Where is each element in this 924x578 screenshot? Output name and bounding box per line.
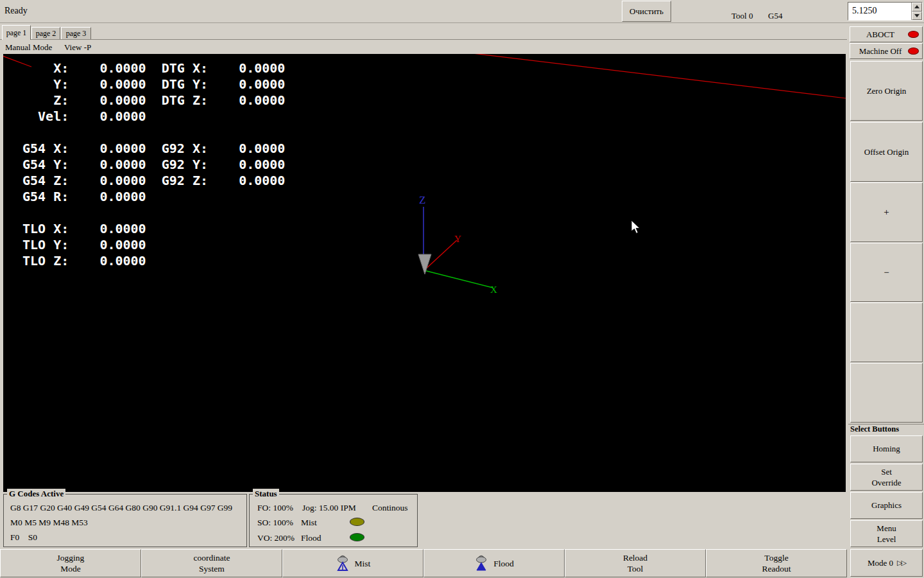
status-box: Status FO: 100% Jog: 15.00 IPM Continous… bbox=[249, 494, 418, 547]
reload-tool-button[interactable]: Reload Tool bbox=[565, 549, 706, 577]
backplot-canvas[interactable]: X: 0.0000 DTG X: 0.0000 Y: 0.0000 DTG Y:… bbox=[3, 54, 846, 492]
arrow-up-icon bbox=[914, 5, 920, 8]
machine-status-text: Ready bbox=[4, 6, 28, 16]
dro-line: Vel: 0.0000 bbox=[22, 109, 285, 125]
jogging-mode-button[interactable]: Jogging Mode bbox=[0, 549, 141, 577]
mist-icon bbox=[336, 555, 350, 572]
dro-line: TLO Y: 0.0000 bbox=[22, 237, 285, 253]
dro-line: X: 0.0000 DTG X: 0.0000 bbox=[22, 60, 285, 76]
mode-label: Mode 0 bbox=[868, 558, 893, 568]
gcodes-active-box: G Codes Active G8 G17 G20 G40 G49 G54 G6… bbox=[3, 494, 247, 547]
dro-line: G54 R: 0.0000 bbox=[22, 189, 285, 205]
top-status-bar: Ready Очистить Tool 0 G54 5.1250 bbox=[0, 0, 924, 23]
select-buttons-header: Select Buttons bbox=[848, 424, 924, 435]
estop-label: ABOCT bbox=[866, 30, 894, 40]
z-axis-label: Z bbox=[419, 194, 425, 206]
active-gcodes-text: G8 G17 G20 G40 G49 G54 G64 G80 G90 G91.1… bbox=[10, 503, 232, 513]
dro-line: TLO Z: 0.0000 bbox=[22, 253, 285, 269]
tab-page-3[interactable]: page 3 bbox=[61, 27, 91, 39]
tab-page-1[interactable]: page 1 bbox=[2, 25, 31, 40]
y-axis-label: Y bbox=[454, 234, 461, 244]
toggle-readout-button[interactable]: Toggle Readout bbox=[706, 549, 847, 577]
menu-bar: Manual Mode View -P bbox=[0, 40, 847, 53]
spin-up-button[interactable] bbox=[912, 3, 922, 12]
estop-button[interactable]: ABOCT bbox=[850, 26, 923, 42]
estop-led-icon bbox=[908, 31, 919, 38]
mist-status-label: Mist bbox=[301, 518, 317, 528]
tab-page-2[interactable]: page 2 bbox=[31, 27, 60, 39]
clear-button[interactable]: Очистить bbox=[622, 1, 671, 22]
machine-power-led-icon bbox=[908, 48, 919, 55]
dro-line bbox=[22, 205, 285, 221]
mouse-cursor bbox=[631, 220, 641, 235]
offset-origin-button[interactable]: Offset Origin bbox=[850, 122, 923, 182]
flood-button-label: Flood bbox=[493, 558, 514, 569]
arrow-down-icon bbox=[914, 14, 920, 17]
mist-led-icon bbox=[350, 518, 364, 526]
machine-power-label: Machine Off bbox=[859, 46, 902, 57]
velocity-override-text: VO: 200% bbox=[257, 533, 295, 543]
decrement-button[interactable]: − bbox=[850, 243, 923, 302]
feed-speed-text: F0 S0 bbox=[10, 532, 37, 543]
dro-line: G54 Y: 0.0000 G92 Y: 0.0000 bbox=[22, 157, 285, 173]
dro-readout: X: 0.0000 DTG X: 0.0000 Y: 0.0000 DTG Y:… bbox=[22, 60, 285, 269]
dro-line: TLO X: 0.0000 bbox=[22, 221, 285, 237]
flood-icon bbox=[474, 555, 488, 572]
blank-button[interactable] bbox=[850, 363, 923, 423]
active-mcodes-text: M0 M5 M9 M48 M53 bbox=[10, 518, 88, 528]
dro-line: Y: 0.0000 DTG Y: 0.0000 bbox=[22, 76, 285, 92]
dro-line: G54 X: 0.0000 G92 X: 0.0000 bbox=[22, 141, 285, 157]
machine-power-button[interactable]: Machine Off bbox=[850, 43, 923, 59]
flood-status-label: Flood bbox=[301, 533, 321, 543]
flood-button[interactable]: Flood bbox=[424, 549, 565, 577]
spinbox-arrows bbox=[911, 3, 922, 20]
notebook-divider bbox=[0, 39, 847, 40]
mist-button-label: Mist bbox=[355, 558, 371, 569]
menu-view[interactable]: View -P bbox=[62, 42, 94, 53]
minus-icon: − bbox=[884, 267, 889, 278]
fast-forward-icon: ▷▷ bbox=[897, 559, 905, 567]
tool-number-readout: Tool 0 bbox=[732, 11, 753, 21]
menu-manual-mode[interactable]: Manual Mode bbox=[3, 42, 55, 53]
dro-line bbox=[22, 125, 285, 141]
coordinate-system-button[interactable]: coordinate System bbox=[141, 549, 282, 577]
x-axis-label: X bbox=[490, 285, 497, 295]
dro-line: G54 Z: 0.0000 G92 Z: 0.0000 bbox=[22, 173, 285, 189]
mode-button[interactable]: Mode 0 ▷▷ bbox=[850, 549, 923, 577]
flood-led-icon bbox=[350, 533, 364, 541]
spindle-override-text: SO: 100% bbox=[257, 518, 293, 528]
zero-origin-button[interactable]: Zero Origin bbox=[850, 61, 923, 121]
increment-button[interactable]: + bbox=[850, 182, 923, 242]
spinbox-value[interactable]: 5.1250 bbox=[848, 3, 911, 20]
value-spinbox[interactable]: 5.1250 bbox=[848, 2, 923, 21]
dro-line: Z: 0.0000 DTG Z: 0.0000 bbox=[22, 92, 285, 109]
spin-down-button[interactable] bbox=[912, 12, 922, 21]
graphics-button[interactable]: Graphics bbox=[850, 492, 923, 519]
set-override-button[interactable]: Set Override bbox=[850, 464, 923, 491]
jog-rate-text: Jog: 15.00 IPM bbox=[302, 503, 356, 513]
x-axis-line bbox=[424, 270, 493, 288]
blank-button[interactable] bbox=[850, 302, 923, 362]
machine-limit-line bbox=[467, 54, 846, 98]
plus-icon: + bbox=[884, 207, 889, 218]
menu-level-button[interactable]: Menu Level bbox=[850, 520, 923, 547]
coord-system-readout: G54 bbox=[768, 11, 782, 21]
mist-button[interactable]: Mist bbox=[282, 549, 424, 577]
feed-override-text: FO: 100% bbox=[257, 503, 293, 513]
homing-button[interactable]: Homing bbox=[850, 435, 923, 462]
jog-mode-text: Continous bbox=[372, 503, 408, 513]
